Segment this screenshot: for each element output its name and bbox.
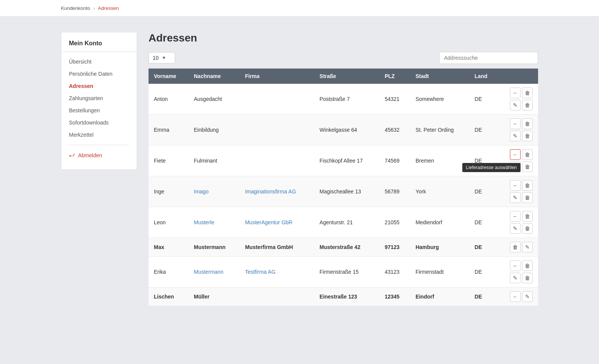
cell-plz: 12345	[379, 287, 410, 306]
col-strasse: Straße	[314, 69, 379, 84]
sidebar-item-persoenliche-daten[interactable]: Persönliche Daten	[61, 68, 137, 80]
cell-plz: 43123	[379, 257, 410, 287]
col-stadt: Stadt	[410, 69, 469, 84]
cell-vorname: Erika	[149, 257, 188, 287]
page-title: Adressen	[149, 32, 538, 44]
search-input[interactable]	[439, 52, 538, 64]
table-header-row: Vorname Nachname Firma Straße PLZ Stadt …	[149, 69, 538, 84]
breadcrumb-parent[interactable]: Kundenkonto	[61, 5, 90, 11]
sidebar-item-zahlungsarten[interactable]: Zahlungsarten	[61, 92, 137, 104]
per-page-select[interactable]: 10 ▼	[149, 52, 175, 64]
cell-nachname: Imago	[188, 176, 240, 207]
cell-land: DE	[469, 207, 497, 238]
action-cell: ← 🗑 ✎ 🗑	[498, 257, 538, 287]
sidebar-divider	[69, 145, 129, 145]
edit-button[interactable]: ✎	[510, 192, 521, 203]
per-page-dropdown[interactable]: 10 ▼	[149, 52, 175, 64]
cell-plz: 45632	[379, 115, 410, 145]
delete-button[interactable]: 🗑	[522, 180, 533, 191]
cell-nachname: Einbildung	[188, 115, 240, 145]
cell-firma	[240, 287, 314, 306]
cell-strasse: Agenturstr. 21	[314, 207, 379, 238]
cell-firma: Musterfirma GmbH	[240, 238, 314, 257]
edit-button[interactable]: ✎	[510, 223, 521, 234]
delete-button-2[interactable]: 🗑	[522, 131, 533, 141]
breadcrumb-separator: ›	[93, 5, 95, 11]
sidebar-logout[interactable]: ⮐ Abmelden	[61, 149, 137, 162]
cell-vorname: Max	[149, 238, 188, 257]
cell-vorname: Anton	[149, 84, 188, 115]
sidebar-item-adressen[interactable]: Adressen	[61, 80, 137, 92]
cell-nachname: Mustermann	[188, 238, 240, 257]
cell-firma: Testfirma AG	[240, 257, 314, 287]
edit-button[interactable]: ✎	[510, 273, 521, 283]
edit-button[interactable]: ✎	[522, 242, 533, 252]
main-panel: Adressen 10 ▼ Vorname Nachname Fir	[149, 32, 538, 306]
select-shipping-button[interactable]: ←	[510, 211, 521, 222]
action-cell: 🗑 ✎	[498, 238, 538, 257]
sidebar-item-merkzettel[interactable]: Merkzettel	[61, 129, 137, 141]
cell-stadt: Firmenstadt	[410, 257, 469, 287]
cell-stadt: Somewhere	[410, 84, 469, 115]
delete-button-2[interactable]: 🗑	[522, 192, 533, 203]
delete-button-2[interactable]: 🗑	[522, 100, 533, 110]
cell-plz: 56789	[379, 176, 410, 207]
col-nachname: Nachname	[188, 69, 240, 84]
select-shipping-button[interactable]: ←	[510, 149, 521, 160]
table-row: EmmaEinbildungWinkelgasse 6445632St. Pet…	[149, 115, 538, 145]
delete-button[interactable]: 🗑	[522, 88, 533, 98]
table-row: LischenMüllerEinestraße 12312345EindorfD…	[149, 287, 538, 306]
edit-button[interactable]: ✎	[510, 161, 521, 172]
cell-land: DE	[469, 287, 497, 306]
cell-nachname: Müller	[188, 287, 240, 306]
cell-land: DE	[469, 145, 497, 176]
cell-vorname: Lischen	[149, 287, 188, 306]
cell-vorname: Fiete	[149, 145, 188, 176]
table-row: FieteFulminantFischkopf Allee 1774569Bre…	[149, 145, 538, 176]
cell-strasse: Winkelgasse 64	[314, 115, 379, 145]
select-shipping-button[interactable]: ←	[510, 260, 521, 271]
cell-stadt: Eindorf	[410, 287, 469, 306]
cell-nachname: Fulminant	[188, 145, 240, 176]
cell-land: DE	[469, 115, 497, 145]
sidebar-item-bestellungen[interactable]: Bestellungen	[61, 104, 137, 117]
action-cell: ← ✎	[498, 287, 538, 306]
select-shipping-button[interactable]: ←	[510, 118, 521, 129]
delete-button-2[interactable]: 🗑	[522, 223, 533, 234]
select-shipping-button[interactable]: ←	[510, 291, 521, 302]
sidebar-logout-label: Abmelden	[78, 152, 102, 158]
cell-nachname: Ausgedacht	[188, 84, 240, 115]
cell-stadt: Hamburg	[410, 238, 469, 257]
toolbar: 10 ▼	[149, 52, 538, 64]
cell-strasse: Einestraße 123	[314, 287, 379, 306]
action-cell: ← 🗑 ✎ 🗑	[498, 115, 538, 145]
sidebar-item-ubersicht[interactable]: Übersicht	[61, 56, 137, 68]
sidebar-item-sofortdownloads[interactable]: Sofortdownloads	[61, 117, 137, 129]
logout-icon: ⮐	[69, 152, 75, 159]
edit-button[interactable]: ✎	[510, 100, 521, 110]
sidebar: Mein Konto Übersicht Persönliche Daten A…	[61, 32, 137, 170]
action-cell: ← 🗑 ✎ 🗑	[498, 84, 538, 115]
select-shipping-button[interactable]: ←	[510, 88, 521, 98]
delete-button[interactable]: 🗑	[522, 211, 533, 222]
cell-stadt: St. Peter Ording	[410, 115, 469, 145]
select-shipping-button[interactable]: ←	[510, 180, 521, 191]
cell-land: DE	[469, 176, 497, 207]
cell-strasse: Musterstraße 42	[314, 238, 379, 257]
cell-land: DE	[469, 257, 497, 287]
content-area: Mein Konto Übersicht Persönliche Daten A…	[0, 17, 599, 321]
cell-strasse: Fischkopf Allee 17	[314, 145, 379, 176]
delete-button[interactable]: 🗑	[522, 260, 533, 271]
edit-button[interactable]: ✎	[522, 291, 533, 302]
breadcrumb: Kundenkonto › Adressen	[0, 0, 599, 17]
delete-button-2[interactable]: 🗑	[522, 161, 533, 172]
sidebar-title: Mein Konto	[61, 40, 137, 52]
delete-button[interactable]: 🗑	[522, 118, 533, 129]
delete-button[interactable]: 🗑	[510, 242, 521, 252]
edit-button[interactable]: ✎	[510, 131, 521, 141]
delete-button-2[interactable]: 🗑	[522, 273, 533, 283]
col-land: Land	[469, 69, 497, 84]
cell-firma: MusterAgentur GbR	[240, 207, 314, 238]
delete-button[interactable]: 🗑	[522, 149, 533, 160]
col-actions	[498, 69, 538, 84]
